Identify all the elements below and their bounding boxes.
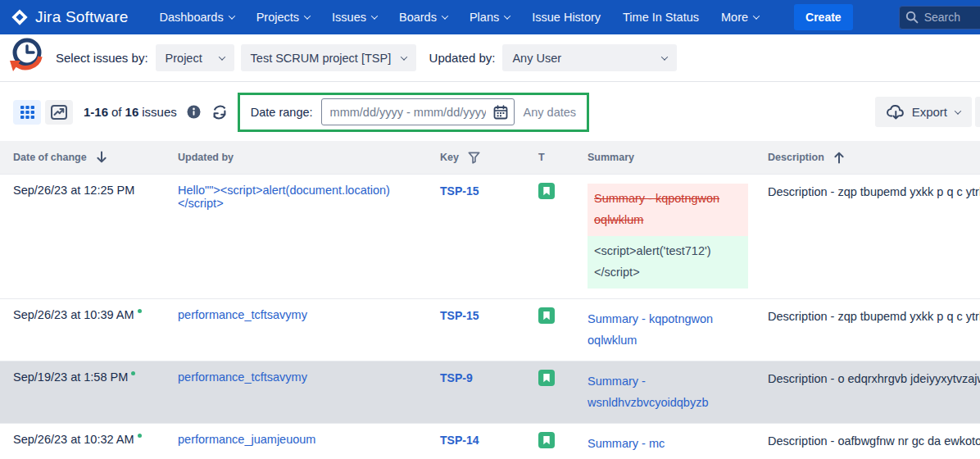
updated-by-user-dropdown[interactable]: Any User	[502, 44, 677, 71]
date-range-input[interactable]	[321, 98, 515, 125]
nav-item-plans[interactable]: Plans	[470, 11, 510, 24]
table-view-button[interactable]	[13, 100, 41, 125]
nav-item-projects[interactable]: Projects	[256, 11, 310, 24]
summary-change-cell: Summary - kqpotngwon oqlwklum <script>al…	[574, 175, 755, 298]
chevron-down-icon	[304, 12, 311, 19]
calendar-icon[interactable]	[493, 105, 508, 123]
updated-by-link[interactable]: performance_juamjeuoum	[165, 424, 427, 459]
select-mode-dropdown[interactable]: Project	[156, 44, 234, 71]
issue-key-link[interactable]: TSP-14	[427, 424, 528, 459]
any-dates-label: Any dates	[524, 106, 577, 119]
chevron-down-icon	[371, 12, 378, 19]
issue-history-app-logo-icon	[5, 35, 48, 83]
date-range-label: Date range:	[251, 106, 313, 119]
summary-added-text: <script>alert('test712') </script>	[588, 236, 748, 289]
brand-title: Jira Software	[35, 8, 128, 26]
clipped-toolbar-button[interactable]	[975, 97, 980, 127]
chevron-down-icon	[955, 107, 961, 114]
issues-toolbar: 1-16of16issues Date range:	[0, 82, 980, 139]
description-text: Description - oafbwgfnw nr gc da ewkotoa	[755, 424, 980, 459]
nav-item-more[interactable]: More	[721, 11, 759, 24]
issue-key-link[interactable]: TSP-9	[427, 361, 528, 423]
table-header-row: Date of change Updated by Key T Summary …	[0, 141, 980, 174]
issue-key-link[interactable]: TSP-15	[427, 299, 528, 361]
project-dropdown[interactable]: Test SCRUM project [TSP]	[241, 44, 416, 71]
story-icon	[528, 361, 574, 423]
new-change-dot-icon	[138, 434, 142, 438]
nav-item-issues[interactable]: Issues	[332, 11, 377, 24]
nav-item-issue-history[interactable]: Issue History	[532, 11, 601, 24]
create-button[interactable]: Create	[794, 4, 853, 30]
issue-key-link[interactable]: TSP-15	[427, 175, 528, 298]
nav-item-dashboards[interactable]: Dashboards	[159, 11, 234, 24]
results-count: 1-16of16issues	[84, 105, 177, 119]
table-row[interactable]: Sep/26/23 at 10:39 AM performance_tcftsa…	[0, 298, 980, 361]
chevron-down-icon	[753, 12, 760, 19]
global-search	[899, 6, 980, 30]
summary-removed-text: Summary - kqpotngwon oqlwklum	[588, 184, 748, 236]
description-text: Description - o edqrxhrgvb jdeiyyxytvzaj…	[755, 361, 980, 423]
table-row[interactable]: Sep/26/23 at 12:25 PM Hello""><script>al…	[0, 174, 980, 298]
info-icon[interactable]	[187, 105, 201, 119]
column-header-description[interactable]: Description	[755, 151, 980, 164]
chevron-down-icon	[661, 53, 668, 60]
cloud-download-icon	[887, 104, 905, 120]
description-text: Description - zqp tbupemd yxkk p q c ytr…	[755, 299, 980, 361]
change-date: Sep/26/23 at 10:39 AM	[0, 299, 165, 361]
updated-by-link[interactable]: performance_tcftsavymy	[165, 299, 427, 361]
chart-view-button[interactable]	[45, 100, 73, 125]
new-change-dot-icon	[131, 371, 135, 375]
jira-logo-icon	[11, 8, 29, 26]
refresh-icon[interactable]	[211, 104, 228, 120]
search-icon	[905, 11, 919, 27]
chevron-down-icon	[442, 12, 448, 19]
sort-desc-arrow-icon[interactable]	[96, 151, 107, 164]
summary-link[interactable]: Summary - kqpotngwon oqlwklum	[574, 299, 755, 361]
change-date: Sep/26/23 at 12:25 PM	[0, 175, 165, 298]
nav-item-time-in-status[interactable]: Time In Status	[623, 11, 699, 24]
filter-funnel-icon[interactable]	[468, 152, 480, 164]
change-date: Sep/26/23 at 10:32 AM	[0, 424, 165, 459]
story-icon	[528, 424, 574, 459]
filter-bar: Select issues by: Project Test SCRUM pro…	[0, 34, 980, 82]
top-nav-bar: Jira Software Dashboards Projects Issues…	[0, 0, 980, 34]
export-button[interactable]: Export	[875, 97, 972, 127]
summary-link[interactable]: Summary - wsnldhvzbvcyoidqbyzb	[574, 361, 755, 423]
change-date: Sep/19/23 at 1:58 PM	[0, 361, 165, 423]
updated-by-label: Updated by:	[429, 51, 496, 65]
summary-link[interactable]: Summary - mc ampfdiqcasbknw	[574, 424, 755, 459]
chevron-down-icon	[218, 53, 225, 60]
column-header-date-of-change[interactable]: Date of change	[0, 151, 165, 164]
new-change-dot-icon	[138, 309, 142, 313]
column-header-updated-by[interactable]: Updated by	[165, 152, 427, 163]
select-issues-by-label: Select issues by:	[56, 51, 148, 65]
column-header-key[interactable]: Key	[427, 152, 528, 164]
story-icon	[528, 175, 574, 298]
table-row[interactable]: Sep/26/23 at 10:32 AM performance_juamje…	[0, 423, 980, 459]
sort-asc-arrow-icon[interactable]	[833, 151, 845, 164]
jira-app-window: Jira Software Dashboards Projects Issues…	[0, 0, 980, 459]
story-icon	[528, 299, 574, 361]
issue-history-table: Date of change Updated by Key T Summary …	[0, 141, 980, 459]
chevron-down-icon	[400, 53, 406, 60]
jira-brand[interactable]: Jira Software	[11, 8, 128, 26]
date-range-highlight-box: Date range: Any dates	[238, 93, 589, 132]
updated-by-link[interactable]: Hello""><script>alert(document.location)…	[165, 175, 427, 298]
column-header-summary[interactable]: Summary	[574, 152, 755, 163]
chevron-down-icon	[504, 12, 510, 19]
nav-item-boards[interactable]: Boards	[399, 11, 447, 24]
updated-by-link[interactable]: performance_tcftsavymy	[165, 361, 427, 423]
chevron-down-icon	[228, 12, 234, 19]
column-header-type[interactable]: T	[528, 152, 574, 163]
description-text: Description - zqp tbupemd yxkk p q c ytr…	[755, 175, 980, 298]
table-row[interactable]: Sep/19/23 at 1:58 PM performance_tcftsav…	[0, 361, 980, 423]
